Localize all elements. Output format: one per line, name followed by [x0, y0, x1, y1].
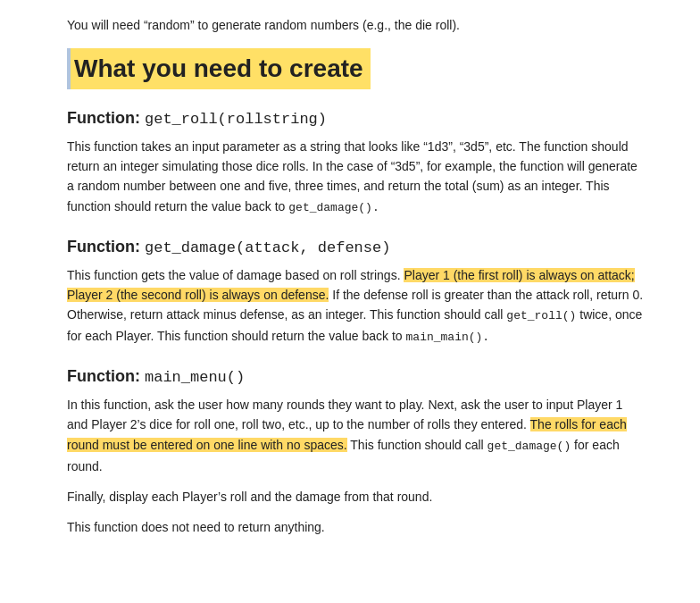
paragraph-main_menu-2: This function does not need to return an…	[67, 517, 646, 537]
code-inline: get_damage()	[488, 440, 571, 453]
function-name-get_damage: get_damage(attack, defense)	[145, 239, 390, 256]
intro-text: You will need “random” to generate rando…	[67, 18, 646, 32]
function-section-main_menu: Function: main_menu()In this function, a…	[67, 367, 646, 538]
function-label-main_menu: Function:	[67, 367, 145, 385]
code-inline: get_roll()	[506, 309, 576, 322]
functions-container: Function: get_roll(rollstring)This funct…	[67, 109, 646, 538]
function-section-get_roll: Function: get_roll(rollstring)This funct…	[67, 109, 646, 218]
code-inline: get_damage().	[288, 201, 379, 214]
paragraph-main_menu-0: In this function, ask the user how many …	[67, 395, 646, 476]
function-section-get_damage: Function: get_damage(attack, defense)Thi…	[67, 238, 646, 348]
function-label-get_roll: Function:	[67, 109, 145, 127]
function-name-main_menu: main_menu()	[145, 369, 245, 386]
page-heading-wrapper: What you need to create	[67, 48, 646, 89]
function-heading-get_damage: Function: get_damage(attack, defense)	[67, 238, 646, 256]
code-inline: main_main().	[406, 331, 490, 344]
paragraph-main_menu-1: Finally, display each Player’s roll and …	[67, 487, 646, 507]
function-heading-main_menu: Function: main_menu()	[67, 367, 646, 386]
highlighted-text: Player 1 (the first roll) is always on a…	[67, 268, 635, 302]
page-heading: What you need to create	[71, 48, 371, 89]
paragraph-get_damage-0: This function gets the value of damage b…	[67, 265, 646, 348]
function-label-get_damage: Function:	[67, 238, 145, 255]
function-heading-get_roll: Function: get_roll(rollstring)	[67, 109, 646, 128]
paragraph-get_roll-0: This function takes an input parameter a…	[67, 137, 646, 218]
function-name-get_roll: get_roll(rollstring)	[145, 111, 327, 128]
